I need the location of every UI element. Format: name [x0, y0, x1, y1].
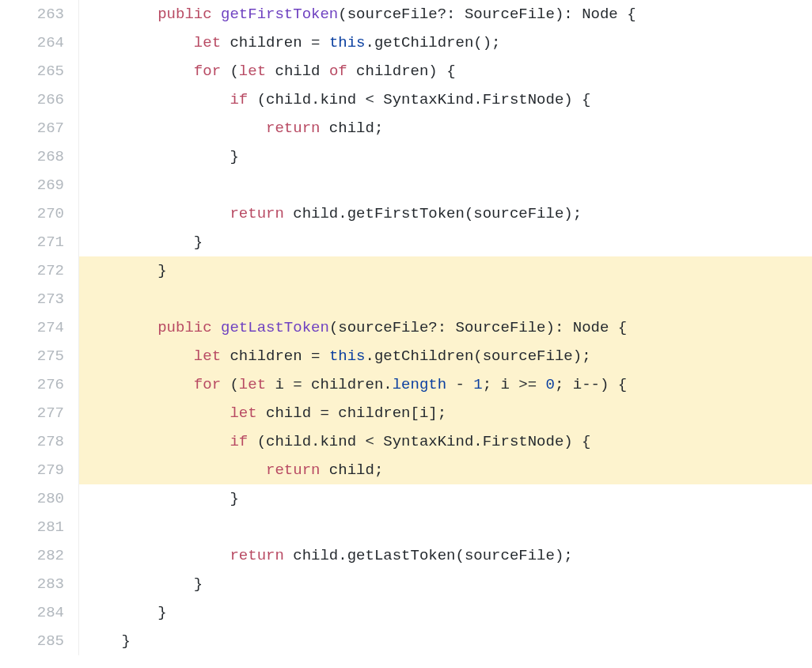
- code-token: let: [194, 34, 221, 51]
- code-token: of: [329, 63, 347, 80]
- code-token: ; i--) {: [555, 376, 627, 393]
- code-token: [85, 404, 230, 422]
- line-number: 278: [0, 427, 64, 456]
- code-line[interactable]: }: [79, 627, 812, 655]
- code-token: return: [230, 547, 283, 564]
- code-token: getLastToken: [221, 319, 329, 336]
- line-number: 272: [0, 256, 64, 285]
- code-line[interactable]: return child;: [79, 456, 812, 484]
- code-line[interactable]: }: [79, 484, 812, 513]
- code-line[interactable]: public getFirstToken(sourceFile?: Source…: [79, 0, 812, 28]
- line-number: 267: [0, 114, 64, 142]
- code-token: children =: [221, 347, 329, 365]
- code-token: return: [266, 461, 320, 479]
- line-number: 279: [0, 456, 64, 484]
- line-number: 277: [0, 399, 64, 427]
- code-token: child;: [320, 120, 383, 137]
- code-token: children) {: [347, 63, 456, 80]
- line-number-gutter: 2632642652662672682692702712722732742752…: [0, 0, 79, 655]
- code-token: (sourceFile?: SourceFile): Node {: [338, 6, 636, 23]
- code-token: this: [329, 347, 366, 365]
- code-line[interactable]: return child.getFirstToken(sourceFile);: [79, 199, 812, 228]
- line-number: 265: [0, 57, 64, 85]
- code-token: .getChildren();: [365, 34, 500, 51]
- code-token: [85, 433, 230, 450]
- line-number: 263: [0, 0, 64, 28]
- line-number: 271: [0, 228, 64, 256]
- line-number: 270: [0, 199, 64, 228]
- line-number: 264: [0, 28, 64, 57]
- code-line[interactable]: public getLastToken(sourceFile?: SourceF…: [79, 313, 812, 342]
- code-token: [85, 376, 194, 393]
- code-token: [85, 347, 194, 365]
- code-token: getFirstToken: [221, 6, 338, 23]
- line-number: 275: [0, 342, 64, 370]
- code-token: (: [221, 63, 239, 80]
- code-line[interactable]: }: [79, 570, 812, 598]
- code-token: [85, 547, 230, 564]
- code-token: let: [194, 347, 221, 365]
- code-line[interactable]: return child;: [79, 114, 812, 142]
- code-token: length: [393, 376, 446, 393]
- code-token: child: [266, 63, 329, 80]
- code-token: ; i >=: [483, 376, 546, 393]
- code-line[interactable]: }: [79, 598, 812, 627]
- code-line[interactable]: }: [79, 228, 812, 256]
- code-token: child.getLastToken(sourceFile);: [284, 547, 573, 564]
- code-line[interactable]: for (let i = children.length - 1; i >= 0…: [79, 370, 812, 399]
- code-line[interactable]: if (child.kind < SyntaxKind.FirstNode) {: [79, 85, 812, 114]
- code-token: for: [194, 63, 221, 80]
- line-number: 269: [0, 171, 64, 199]
- line-number: 284: [0, 598, 64, 627]
- code-line[interactable]: let children = this.getChildren();: [79, 28, 812, 57]
- code-token: [85, 205, 230, 222]
- code-token: (: [221, 376, 239, 393]
- code-line[interactable]: let child = children[i];: [79, 399, 812, 427]
- code-token: if: [230, 433, 248, 450]
- code-token: return: [230, 205, 283, 222]
- line-number: 276: [0, 370, 64, 399]
- code-line[interactable]: let children = this.getChildren(sourceFi…: [79, 342, 812, 370]
- code-token: }: [85, 233, 203, 251]
- code-line[interactable]: }: [79, 256, 812, 285]
- code-token: [85, 319, 157, 336]
- code-token: 1: [473, 376, 482, 393]
- code-token: child.getFirstToken(sourceFile);: [284, 205, 582, 222]
- code-line[interactable]: for (let child of children) {: [79, 57, 812, 85]
- code-token: }: [85, 490, 239, 507]
- code-token: }: [85, 575, 203, 593]
- code-line[interactable]: [79, 513, 812, 541]
- code-line[interactable]: }: [79, 142, 812, 171]
- line-number: 266: [0, 85, 64, 114]
- code-line[interactable]: if (child.kind < SyntaxKind.FirstNode) {: [79, 427, 812, 456]
- line-number: 285: [0, 627, 64, 655]
- line-number: 283: [0, 570, 64, 598]
- code-token: children =: [221, 34, 329, 51]
- code-token: [85, 120, 266, 137]
- code-token: [85, 6, 157, 23]
- code-token: [85, 34, 194, 51]
- code-token: let: [239, 63, 266, 80]
- code-content[interactable]: public getFirstToken(sourceFile?: Source…: [79, 0, 812, 655]
- code-token: [85, 91, 230, 108]
- code-token: let: [230, 404, 256, 422]
- code-line[interactable]: [79, 171, 812, 199]
- code-token: (child.kind < SyntaxKind.FirstNode) {: [248, 91, 590, 108]
- line-number: 280: [0, 484, 64, 513]
- code-token: for: [194, 376, 221, 393]
- code-token: [212, 319, 221, 336]
- code-line[interactable]: return child.getLastToken(sourceFile);: [79, 541, 812, 570]
- code-token: public: [157, 319, 211, 336]
- code-token: return: [266, 120, 320, 137]
- code-token: child;: [320, 461, 383, 479]
- code-token: [85, 461, 266, 479]
- code-line[interactable]: [79, 285, 812, 313]
- line-number: 268: [0, 142, 64, 171]
- code-token: 0: [546, 376, 555, 393]
- code-token: .getChildren(sourceFile);: [365, 347, 590, 365]
- code-token: i = children.: [266, 376, 393, 393]
- code-token: (child.kind < SyntaxKind.FirstNode) {: [248, 433, 590, 450]
- code-token: [85, 63, 194, 80]
- code-token: if: [230, 91, 248, 108]
- code-token: [212, 6, 221, 23]
